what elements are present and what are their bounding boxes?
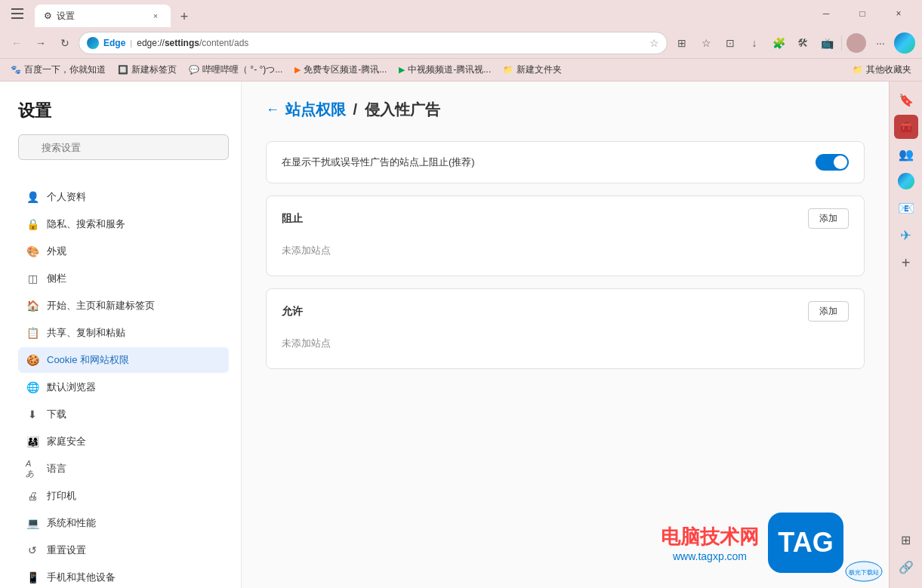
page-header: ← 站点权限 / 侵入性广告: [266, 100, 865, 120]
bookmark-item[interactable]: ▶ 免费专区频道-腾讯...: [290, 62, 391, 78]
extensions-btn[interactable]: 🧩: [767, 32, 790, 54]
edge-copilot-btn[interactable]: [893, 32, 916, 54]
folder-icon: 📁: [853, 65, 863, 75]
sidebar-item-printer[interactable]: 🖨 打印机: [18, 483, 229, 509]
allow-add-btn[interactable]: 添加: [808, 301, 849, 322]
right-tool-grid[interactable]: ⊞: [894, 528, 918, 552]
collections-btn[interactable]: ⊞: [671, 32, 693, 54]
address-text: edge://settings/content/ads: [137, 38, 248, 48]
privacy-nav-icon: 🔒: [26, 217, 39, 231]
new-tab-btn[interactable]: +: [174, 6, 195, 27]
watermark-url: www.tagxp.com: [661, 550, 759, 562]
settings-main: ← 站点权限 / 侵入性广告 在显示干扰或误导性广告的站点上阻止(推荐) 阻止: [242, 82, 889, 588]
favorites-btn[interactable]: ☆: [695, 32, 717, 54]
tab-close-btn[interactable]: ×: [150, 10, 162, 22]
bookmark-label: 免费专区频道-腾讯...: [304, 63, 387, 76]
default-nav-icon: 🌐: [26, 380, 39, 394]
bookmark-item[interactable]: 🔲 新建标签页: [113, 62, 181, 78]
sidebar-item-label: 语言: [47, 462, 66, 476]
active-tab[interactable]: ⚙ 设置 ×: [35, 5, 171, 27]
toggle-card: 在显示干扰或误导性广告的站点上阻止(推荐): [266, 141, 865, 183]
appearance-nav-icon: 🎨: [26, 245, 39, 258]
right-tool-link[interactable]: 🔗: [894, 555, 918, 579]
forward-btn[interactable]: →: [30, 32, 51, 54]
sidebar-item-label: 家庭安全: [47, 435, 86, 448]
watermark: 电脑技术网 www.tagxp.com TAG: [661, 513, 843, 573]
bookmark-item[interactable]: 📁 新建文件夹: [498, 62, 566, 78]
sidebar-item-label: 个人资料: [47, 190, 86, 204]
svg-rect-2: [11, 17, 23, 19]
sidebar-item-cookies[interactable]: 🍪 Cookie 和网站权限: [18, 347, 229, 373]
sidebar-toggle[interactable]: [6, 2, 29, 25]
bookmark-label: 新建标签页: [131, 63, 177, 76]
sidebar-item-label: 下载: [47, 408, 66, 421]
svg-rect-0: [11, 8, 23, 10]
right-tool-outlook[interactable]: 📧: [894, 196, 918, 220]
sidebar-item-phone[interactable]: 📱 手机和其他设备: [18, 565, 229, 588]
bookmark-item[interactable]: 💬 哔哩哔哩（ °- °)つ...: [184, 62, 287, 78]
right-tool-bookmark[interactable]: 🔖: [894, 88, 918, 112]
main-layout: 设置 🔍 👤 个人资料 🔒 隐私、搜索和服务 🎨 外观 ◫ 侧栏: [0, 82, 922, 588]
page-title: 站点权限 / 侵入性广告: [285, 100, 440, 120]
bookmark-item[interactable]: 🐾 百度一下，你就知道: [6, 62, 110, 78]
sidebar-item-share[interactable]: 📋 共享、复制和粘贴: [18, 320, 229, 346]
right-tool-toolbox[interactable]: 🧰: [894, 115, 918, 139]
bookmark-icon: 🐾: [11, 65, 21, 75]
sidebar-item-label: 侧栏: [47, 272, 66, 285]
downloads-btn[interactable]: ↓: [743, 32, 766, 54]
more-btn[interactable]: ···: [869, 32, 892, 54]
sidebar-item-appearance[interactable]: 🎨 外观: [18, 239, 229, 264]
bookmarks-more-btn[interactable]: 📁 其他收藏夹: [848, 62, 916, 78]
bookmark-item[interactable]: ▶ 中视频频道-腾讯视...: [394, 62, 495, 78]
bookmarks-more-label: 其他收藏夹: [866, 63, 911, 76]
history-btn[interactable]: ⊡: [719, 32, 742, 54]
bookmark-label: 哔哩哔哩（ °- °)つ...: [202, 63, 282, 76]
printer-nav-icon: 🖨: [26, 489, 39, 503]
sidebar-item-downloads[interactable]: ⬇ 下载: [18, 402, 229, 427]
minimize-btn[interactable]: ─: [809, 0, 843, 27]
block-section-header: 阻止 添加: [282, 208, 849, 229]
star-icon[interactable]: ☆: [649, 37, 659, 49]
right-tool-add[interactable]: +: [894, 251, 918, 275]
sidebar-item-newtab[interactable]: 🏠 开始、主页和新建标签页: [18, 293, 229, 319]
titlebar-right: ─ □ ×: [809, 0, 916, 27]
sidebar-item-default[interactable]: 🌐 默认浏览器: [18, 374, 229, 400]
screen-cast-btn[interactable]: 📺: [816, 32, 838, 54]
profile-avatar: [846, 33, 866, 53]
bookmark-label: 新建文件夹: [517, 63, 562, 76]
refresh-btn[interactable]: ↻: [54, 32, 76, 54]
right-tool-edge-main[interactable]: [894, 169, 918, 193]
allow-section-title: 允许: [282, 305, 303, 319]
sidebar-item-family[interactable]: 👨‍👩‍👧 家庭安全: [18, 429, 229, 454]
block-add-btn[interactable]: 添加: [808, 208, 849, 229]
profile-btn[interactable]: [845, 32, 868, 54]
edge-circle-icon: [894, 32, 915, 54]
nav-separator: [841, 35, 842, 51]
sidebar-item-reset[interactable]: ↺ 重置设置: [18, 537, 229, 563]
right-sidebar: 🔖 🧰 👥 📧 ✈ + ⊞ 🔗: [889, 82, 922, 588]
navbar: ← → ↻ Edge | edge://settings/content/ads…: [0, 27, 922, 59]
sidebar-item-profile[interactable]: 👤 个人资料: [18, 184, 229, 210]
sidebar-item-privacy[interactable]: 🔒 隐私、搜索和服务: [18, 211, 229, 237]
sidebar-item-language[interactable]: Aあ 语言: [18, 456, 229, 482]
bookmark-icon: ▶: [294, 65, 301, 75]
breadcrumb-separator: /: [353, 101, 362, 118]
folder-icon: 📁: [503, 65, 513, 75]
right-tool-telegram[interactable]: ✈: [894, 223, 918, 248]
sidebar-nav-icon: ◫: [26, 272, 39, 285]
settings-search-input[interactable]: [18, 134, 229, 160]
maximize-btn[interactable]: □: [845, 0, 880, 27]
browser-tools-btn[interactable]: 🛠: [791, 32, 814, 54]
nav-right-icons: ⊞ ☆ ⊡ ↓ 🧩 🛠 📺 ···: [671, 32, 916, 54]
right-tool-users[interactable]: 👥: [894, 142, 918, 166]
sidebar-item-system[interactable]: 💻 系统和性能: [18, 510, 229, 536]
back-btn[interactable]: ←: [6, 32, 27, 54]
intrusive-ads-toggle[interactable]: [816, 154, 849, 171]
address-bar[interactable]: Edge | edge://settings/content/ads ☆: [79, 32, 668, 54]
sidebar-item-label: 打印机: [47, 489, 76, 503]
watermark-text: 电脑技术网 www.tagxp.com: [661, 524, 759, 562]
sidebar-item-label: 开始、主页和新建标签页: [47, 299, 155, 312]
close-window-btn[interactable]: ×: [881, 0, 916, 27]
sidebar-item-sidebar[interactable]: ◫ 侧栏: [18, 266, 229, 291]
back-btn[interactable]: ←: [266, 102, 279, 118]
